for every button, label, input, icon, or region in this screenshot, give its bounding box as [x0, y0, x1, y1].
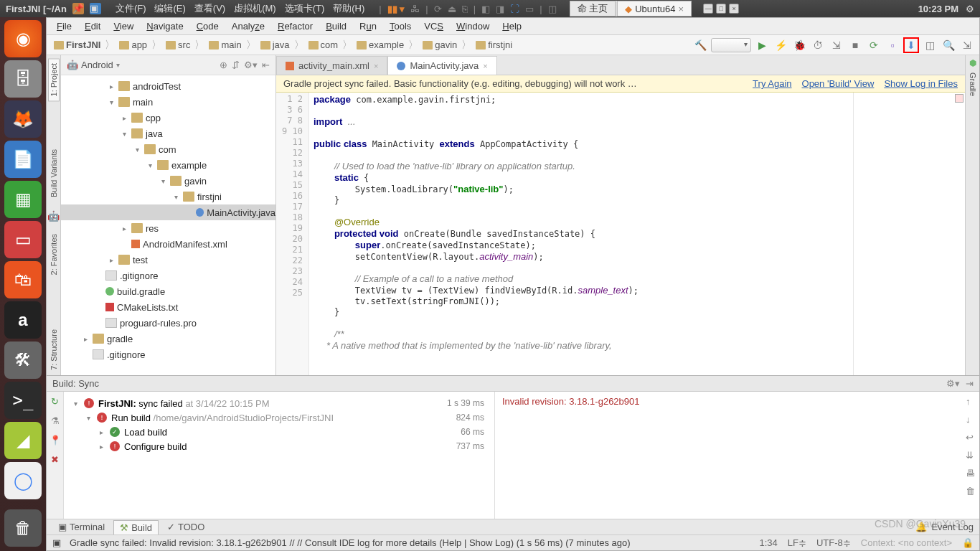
stop-icon[interactable]: ■ — [847, 37, 863, 53]
tree-node[interactable]: ▸cpp — [61, 110, 275, 126]
launcher-calc-icon[interactable]: ▦ — [4, 181, 42, 218]
tool-tab-event-log[interactable]: Event Log — [931, 522, 974, 532]
vm-menu-file[interactable]: 文件(F) — [113, 2, 149, 15]
restart-icon[interactable]: ↻ — [51, 396, 59, 407]
breadcrumb-item[interactable]: com — [306, 39, 341, 51]
editor-content[interactable]: 1 2 3 6 7 8 9 10 11 12 13 14 15 16 17 18… — [276, 93, 965, 375]
breadcrumb-item[interactable]: main — [206, 39, 244, 51]
down-icon[interactable]: ↓ — [966, 414, 975, 425]
vm-tab-ubuntu[interactable]: ◆Ubuntu64× — [617, 1, 692, 17]
tool-tab-favorites[interactable]: 2: Favorites — [48, 229, 60, 280]
vm-menu-tab[interactable]: 选项卡(T) — [282, 2, 328, 15]
vm-menu-help[interactable]: 帮助(H) — [330, 2, 367, 15]
tree-node[interactable]: ▾main — [61, 94, 275, 110]
line-separator[interactable]: LF≑ — [788, 537, 806, 548]
build-tree-row[interactable]: ▾!Run build /home/gavin/AndroidStudioPro… — [67, 410, 491, 425]
menu-navigate[interactable]: Navigate — [141, 19, 189, 33]
gear-icon[interactable]: ⚙▾ — [244, 60, 258, 70]
show-log-link[interactable]: Show Log in Files — [884, 78, 958, 89]
layout-inspector-icon[interactable]: ◫ — [922, 37, 938, 53]
file-encoding[interactable]: UTF-8≑ — [816, 537, 851, 548]
vm-fullscreen-icon[interactable]: ⛶ — [510, 4, 519, 14]
build-tree-row[interactable]: ▾!FirstJNI: sync failed at 3/14/22 10:15… — [67, 396, 491, 410]
project-view-selector[interactable]: 🤖Android ▾ — [67, 60, 120, 70]
launcher-android-studio-icon[interactable]: ◢ — [4, 422, 42, 459]
collapse-all-icon[interactable]: ⇵ — [232, 60, 240, 70]
menu-analyze[interactable]: Analyze — [226, 19, 270, 33]
tree-node[interactable]: ▾firstjni — [61, 189, 275, 204]
print-icon[interactable]: 🖶 — [966, 468, 975, 479]
vm-icon-1[interactable]: 📌 — [72, 3, 84, 14]
breadcrumb-item[interactable]: src — [163, 39, 193, 51]
error-stripe-mark[interactable] — [955, 94, 963, 103]
editor-tab-activity-main[interactable]: activity_main.xml× — [276, 56, 387, 75]
menu-view[interactable]: View — [108, 19, 139, 33]
menu-window[interactable]: Window — [451, 19, 495, 33]
vm-tb-icon4[interactable]: ⎘ — [462, 4, 468, 14]
launcher-chrome-icon[interactable]: ◯ — [4, 462, 42, 499]
vm-pause-icon[interactable]: ▮▮ ▾ — [387, 4, 405, 14]
vm-tb-icon2[interactable]: ⟳ — [434, 4, 442, 14]
menu-edit[interactable]: Edit — [79, 19, 106, 33]
menu-vcs[interactable]: VCS — [418, 19, 449, 33]
tree-node[interactable]: MainActivity.java — [61, 204, 275, 220]
sdk-manager-icon[interactable]: ⬇ — [903, 37, 919, 53]
tree-node[interactable]: .gitignore — [61, 347, 275, 362]
vm-menu-vm[interactable]: 虚拟机(M) — [231, 2, 279, 15]
tree-node[interactable]: ▸res — [61, 220, 275, 236]
gear-icon[interactable]: ⚙▾ — [946, 378, 960, 389]
tree-node[interactable]: ▸gradle — [61, 331, 275, 347]
tool-tab-build[interactable]: ⚒Build — [113, 520, 159, 534]
launcher-trash-icon[interactable]: 🗑 — [4, 509, 42, 547]
apply-changes-icon[interactable]: ⚡ — [773, 37, 788, 53]
tool-tab-project[interactable]: 1: Project — [48, 58, 60, 101]
launcher-amazon-icon[interactable]: a — [4, 301, 42, 339]
menu-help[interactable]: Help — [496, 19, 527, 33]
breadcrumb-item[interactable]: FirstJNI — [51, 39, 103, 51]
vm-layout-icon3[interactable]: ▭ — [525, 4, 534, 14]
menu-refactor[interactable]: Refactor — [272, 19, 319, 33]
tree-node[interactable]: ▾example — [61, 157, 275, 173]
pin-icon[interactable]: 📍 — [50, 435, 61, 446]
launcher-terminal-icon[interactable]: >_ — [4, 382, 42, 419]
launcher-settings-icon[interactable]: 🛠 — [4, 342, 42, 379]
build-message-pane[interactable]: Invalid revision: 3.18.1-g262b901 ↑ ↓ ↩ … — [494, 392, 979, 519]
sync-icon[interactable]: ⟳ — [866, 37, 882, 53]
launcher-impress-icon[interactable]: ▭ — [4, 221, 42, 258]
tree-node[interactable]: CMakeLists.txt — [61, 299, 275, 315]
minimize-button[interactable]: — — [703, 4, 713, 14]
tool-tab-gradle[interactable]: Gradle — [968, 68, 978, 100]
up-icon[interactable]: ↑ — [966, 396, 975, 407]
vm-layout-icon[interactable]: ◧ — [481, 4, 490, 14]
debug-icon[interactable]: 🐞 — [791, 37, 807, 53]
build-tree-row[interactable]: ▸!Configure build737 ms — [67, 439, 491, 453]
tool-tab-structure[interactable]: 7: Structure — [48, 324, 60, 375]
menu-run[interactable]: Run — [354, 19, 382, 33]
tree-node[interactable]: ▾java — [61, 126, 275, 141]
menu-file[interactable]: File — [51, 19, 77, 33]
vm-menu-edit[interactable]: 编辑(E) — [151, 2, 188, 15]
search-icon[interactable]: 🔍 — [941, 37, 956, 53]
launcher-store-icon[interactable]: 🛍 — [4, 261, 42, 298]
run-icon[interactable]: ▶ — [754, 37, 770, 53]
tree-node[interactable]: ▸test — [61, 252, 275, 268]
filter-icon[interactable]: ⚗ — [51, 415, 60, 426]
build-tree-row[interactable]: ▸✓Load build66 ms — [67, 425, 491, 439]
close-icon[interactable]: ✖ — [51, 454, 59, 465]
scroll-from-source-icon[interactable]: ⊕ — [220, 60, 227, 70]
vm-tb-icon3[interactable]: ⏏ — [448, 4, 456, 14]
tree-node[interactable]: AndroidManifest.xml — [61, 236, 275, 252]
launcher-dash-icon[interactable]: ◉ — [4, 20, 42, 57]
tool-tab-todo[interactable]: ✓TODO — [161, 520, 210, 534]
project-tree[interactable]: ▸androidTest▾main▸cpp▾java▾com▾example▾g… — [61, 75, 275, 375]
launcher-firefox-icon[interactable]: 🦊 — [4, 100, 42, 138]
tree-node[interactable]: .gitignore — [61, 268, 275, 283]
open-build-view-link[interactable]: Open 'Build' View — [802, 78, 875, 89]
hide-icon[interactable]: ⇥ — [966, 378, 974, 389]
run-config-selector[interactable] — [711, 38, 751, 52]
clear-icon[interactable]: 🗑 — [966, 486, 975, 496]
try-again-link[interactable]: Try Again — [753, 78, 791, 89]
tool-tab-terminal[interactable]: ▣Terminal — [52, 520, 110, 534]
menu-tools[interactable]: Tools — [384, 19, 417, 33]
code-area[interactable]: package com.example.gavin.firstjni; impo… — [309, 93, 965, 375]
